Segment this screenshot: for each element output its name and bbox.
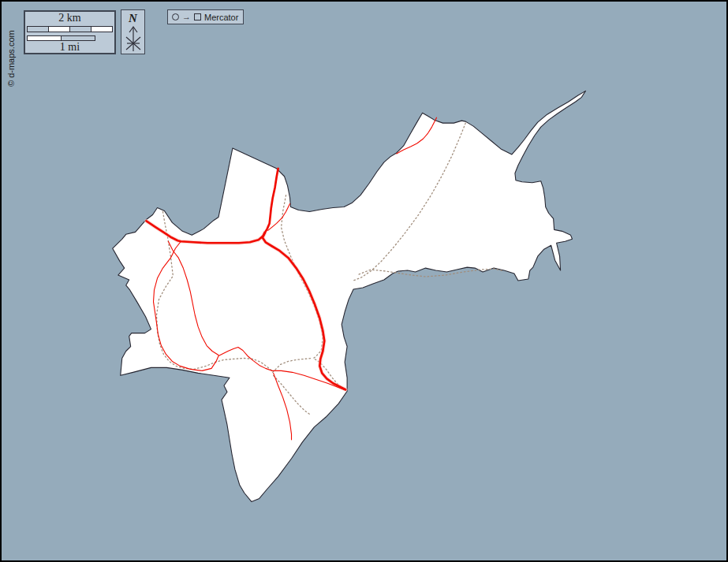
scale-segment [70,27,91,32]
circle-icon [172,13,179,20]
projection-label: Mercator [204,13,238,22]
scale-segment [49,27,70,32]
scale-segment [62,36,95,40]
island-outline [113,91,586,501]
scale-segment [91,27,112,32]
scale-km-label: 2 km [25,12,114,24]
scale-segment [28,27,49,32]
north-arrow-panel: N [121,9,145,54]
compass-rose-icon [122,24,144,53]
scale-km-bar [27,26,113,32]
scale-segment [28,36,62,40]
square-icon [194,13,201,20]
scale-mi-label: 1 mi [25,41,114,54]
map-canvas: 2 km 1 mi N → Mercator © d-maps.com [0,0,728,562]
copyright-text: © d-maps.com [6,12,16,87]
right-arrow-icon: → [182,13,191,21]
north-label: N [121,12,144,24]
projection-badge: → Mercator [167,9,244,24]
scale-mi-bar [27,35,95,41]
base-map [2,2,726,560]
scale-bar-panel: 2 km 1 mi [24,10,116,54]
